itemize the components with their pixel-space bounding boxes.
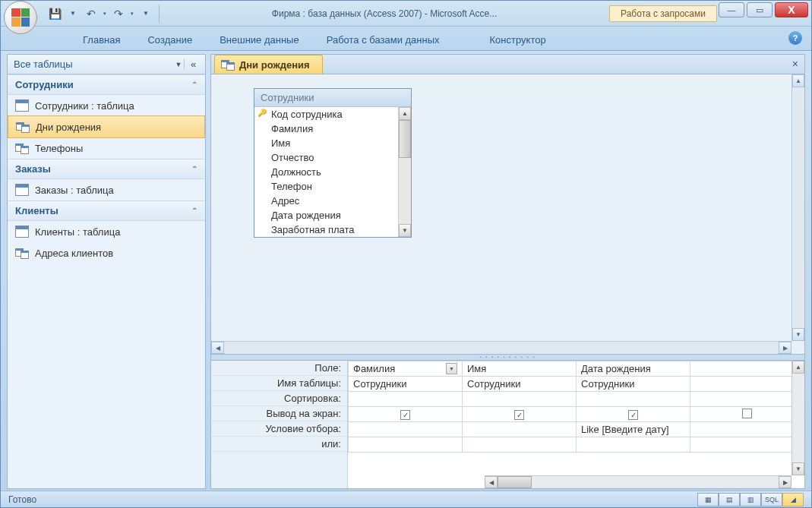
grid-cell[interactable]: ✓ xyxy=(349,407,463,422)
show-checkbox[interactable]: ✓ xyxy=(400,410,410,420)
field-list-item[interactable]: Должность xyxy=(254,165,411,179)
scroll-right-icon[interactable]: ▶ xyxy=(779,342,791,354)
grid-cell[interactable] xyxy=(690,422,804,437)
view-sql-button[interactable]: SQL xyxy=(761,493,782,506)
titlebar: 💾 ▼ ↶ ▾ ↷ ▾ ▼ Фирма : база данных (Acces… xyxy=(1,1,811,27)
grid-cell[interactable] xyxy=(690,437,804,453)
scroll-down-icon[interactable]: ▼ xyxy=(792,462,804,475)
grid-cell[interactable] xyxy=(463,392,577,407)
scroll-up-icon[interactable]: ▲ xyxy=(399,107,411,120)
nav-item[interactable]: Дни рождения xyxy=(8,115,205,138)
table-box-title: Сотрудники xyxy=(254,89,411,107)
minimize-button[interactable]: — xyxy=(719,2,744,17)
grid-vertical-scrollbar[interactable]: ▲ ▼ xyxy=(791,361,804,475)
view-pivottable-button[interactable]: ▤ xyxy=(719,493,740,506)
upper-horizontal-scrollbar[interactable]: ◀ ▶ xyxy=(211,341,791,354)
qat-customize[interactable]: ▼ xyxy=(137,5,154,22)
scroll-down-icon[interactable]: ▼ xyxy=(792,328,804,341)
nav-dropdown-icon[interactable]: ▼ xyxy=(173,61,184,68)
qat-dropdown[interactable]: ▼ xyxy=(65,5,81,22)
pane-splitter[interactable]: • • • • • • • • • • xyxy=(211,355,804,361)
field-list-item[interactable]: Телефон xyxy=(254,179,411,194)
grid-cell[interactable]: Сотрудники xyxy=(349,377,463,392)
save-button[interactable]: 💾 xyxy=(46,5,63,22)
grid-cell[interactable]: Фамилия▼ xyxy=(349,361,463,377)
undo-dropdown[interactable]: ▾ xyxy=(101,5,109,22)
nav-group-header[interactable]: Заказы⌃ xyxy=(8,159,205,179)
grid-cell[interactable]: Дата рождения xyxy=(577,361,690,377)
field-list-scrollbar[interactable]: ▲ ▼ xyxy=(398,107,411,237)
grid-cell[interactable]: ✓ xyxy=(577,407,690,422)
grid-cell[interactable]: Like [Введите дату] xyxy=(577,422,690,437)
field-list-item[interactable]: Заработная плата xyxy=(254,222,411,237)
grid-cell[interactable] xyxy=(690,407,804,422)
field-list-item[interactable]: Дата рождения xyxy=(254,208,411,222)
upper-vertical-scrollbar[interactable]: ▲ ▼ xyxy=(791,74,804,341)
view-design-button[interactable]: ◢ xyxy=(782,493,804,506)
grid-cell[interactable] xyxy=(577,392,690,407)
table-field-list[interactable]: Сотрудники Код сотрудникаФамилияИмяОтчес… xyxy=(254,88,412,238)
nav-item[interactable]: Заказы : таблица xyxy=(8,179,205,200)
nav-collapse-button[interactable]: « xyxy=(184,58,199,70)
field-list-item[interactable]: Код сотрудника xyxy=(254,107,411,121)
scroll-left-icon[interactable]: ◀ xyxy=(211,342,224,354)
grid-cell[interactable] xyxy=(349,437,463,453)
show-checkbox[interactable] xyxy=(742,409,752,418)
nav-item[interactable]: Клиенты : таблица xyxy=(8,221,205,242)
close-button[interactable]: X xyxy=(775,2,808,17)
nav-item[interactable]: Сотрудники : таблица xyxy=(8,95,205,116)
dropdown-icon[interactable]: ▼ xyxy=(446,363,457,374)
grid-cell[interactable] xyxy=(349,392,463,407)
grid-cell[interactable] xyxy=(349,422,463,437)
nav-group-header[interactable]: Клиенты⌃ xyxy=(8,200,205,221)
scroll-left-icon[interactable]: ◀ xyxy=(485,476,498,488)
office-button[interactable] xyxy=(4,1,37,34)
grid-cell[interactable] xyxy=(577,437,690,453)
grid-horizontal-scrollbar[interactable]: ◀ ▶ xyxy=(485,475,791,488)
field-list-item[interactable]: Фамилия xyxy=(254,121,411,136)
scroll-up-icon[interactable]: ▲ xyxy=(792,74,804,87)
document-close-button[interactable]: × xyxy=(792,58,798,70)
grid-cell[interactable]: ✓ xyxy=(463,407,577,422)
grid-cell[interactable] xyxy=(690,377,804,392)
nav-item-label: Дни рождения xyxy=(36,121,101,133)
help-icon[interactable]: ? xyxy=(788,31,802,45)
ribbon-tab-design[interactable]: Конструктор xyxy=(476,30,560,50)
field-list-item[interactable]: Адрес xyxy=(254,194,411,208)
document-tab[interactable]: Дни рождения xyxy=(214,55,323,74)
query-design-upper[interactable]: Сотрудники Код сотрудникаФамилияИмяОтчес… xyxy=(211,74,804,355)
grid-cell[interactable] xyxy=(690,392,804,407)
grid-cell[interactable]: Сотрудники xyxy=(577,377,690,392)
maximize-button[interactable]: ▭ xyxy=(747,2,773,17)
grid-cell[interactable] xyxy=(463,422,577,437)
scroll-thumb[interactable] xyxy=(399,120,411,158)
nav-pane-header[interactable]: Все таблицы ▼ « xyxy=(8,55,205,74)
grid-cell[interactable]: Сотрудники xyxy=(463,377,577,392)
field-list-item[interactable]: Отчество xyxy=(254,150,411,165)
view-datasheet-button[interactable]: ▦ xyxy=(697,493,719,506)
ribbon-tab-db-tools[interactable]: Работа с базами данных xyxy=(313,30,453,50)
nav-item[interactable]: Адреса клиентов xyxy=(8,242,205,263)
grid-cell[interactable]: Имя xyxy=(463,361,577,377)
scroll-thumb[interactable] xyxy=(498,476,532,488)
scroll-right-icon[interactable]: ▶ xyxy=(779,476,791,488)
nav-group-header[interactable]: Сотрудники⌃ xyxy=(8,74,205,95)
grid-body[interactable]: Фамилия▼ИмяДата рожденияСотрудникиСотруд… xyxy=(348,361,804,488)
grid-cell[interactable] xyxy=(463,437,577,453)
redo-button[interactable]: ↷ xyxy=(110,5,127,22)
field-list-item[interactable]: Имя xyxy=(254,136,411,150)
redo-dropdown[interactable]: ▾ xyxy=(128,5,136,22)
ribbon-tab-external[interactable]: Внешние данные xyxy=(206,30,313,50)
nav-item-label: Заказы : таблица xyxy=(35,185,114,196)
show-checkbox[interactable]: ✓ xyxy=(628,410,638,420)
nav-item[interactable]: Телефоны xyxy=(8,137,205,159)
grid-cell[interactable] xyxy=(690,361,804,377)
ribbon-tab-create[interactable]: Создание xyxy=(134,30,206,50)
scroll-up-icon[interactable]: ▲ xyxy=(792,361,804,374)
show-checkbox[interactable]: ✓ xyxy=(514,410,524,420)
undo-button[interactable]: ↶ xyxy=(83,5,100,22)
ribbon-tab-home[interactable]: Главная xyxy=(69,30,134,50)
contextual-tab-label: Работа с запросами xyxy=(609,5,717,22)
view-pivotchart-button[interactable]: ▥ xyxy=(740,493,761,506)
scroll-down-icon[interactable]: ▼ xyxy=(399,224,411,237)
